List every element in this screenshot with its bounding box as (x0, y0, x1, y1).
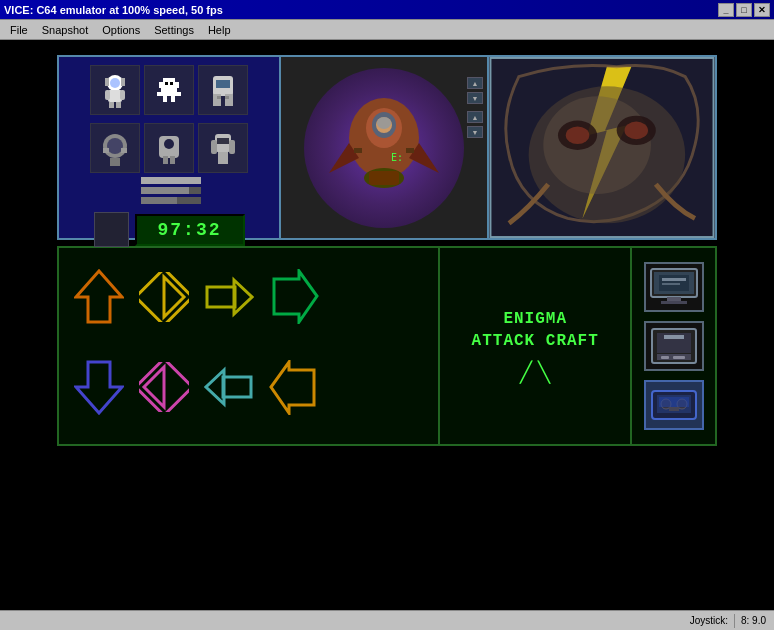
svg-rect-32 (163, 156, 168, 164)
svg-rect-49 (354, 148, 362, 153)
svg-rect-92 (659, 397, 689, 407)
svg-rect-21 (213, 94, 221, 106)
svg-rect-36 (211, 140, 217, 154)
text-section: ENIGMA ATTACK CRAFT ╱ ╲ (438, 248, 632, 444)
progress-bars (141, 177, 201, 204)
svg-rect-15 (163, 96, 167, 102)
bar-3 (141, 197, 201, 204)
alien-svg (489, 57, 715, 238)
cursor-blink: ╱ ╲ (520, 360, 550, 384)
svg-marker-67 (274, 271, 317, 322)
arrow-left-pink[interactable] (139, 362, 189, 420)
svg-rect-65 (207, 287, 235, 307)
svg-rect-35 (217, 138, 229, 144)
svg-rect-10 (159, 82, 163, 88)
title-bar-text: VICE: C64 emulator at 100% speed, 50 fps (4, 4, 223, 16)
arrow-row-bottom (74, 360, 423, 423)
svg-rect-27 (110, 158, 120, 166)
floppy-icon-box[interactable] (644, 321, 704, 371)
svg-text:E:: E: (391, 152, 403, 163)
ctrl-btn-3[interactable]: ▲ (467, 111, 483, 123)
svg-rect-24 (225, 96, 229, 99)
minimize-button[interactable]: _ (718, 3, 734, 17)
svg-marker-66 (234, 280, 252, 314)
arrow-up-orange[interactable] (74, 269, 124, 332)
ctrl-btn-2[interactable]: ▼ (467, 92, 483, 104)
svg-point-59 (566, 126, 589, 144)
arrow-left-teal[interactable] (204, 362, 254, 420)
svg-marker-68 (76, 362, 122, 413)
main-content: 97:32 (0, 40, 774, 630)
arrow-right-yellow[interactable] (204, 272, 254, 330)
coords-display: 8: 9.0 (741, 615, 766, 626)
svg-marker-72 (206, 370, 224, 404)
small-box (94, 212, 129, 247)
svg-point-56 (543, 96, 651, 194)
menu-help[interactable]: Help (202, 22, 237, 38)
game-title: ENIGMA ATTACK CRAFT (472, 308, 599, 353)
maximize-button[interactable]: □ (736, 3, 752, 17)
svg-rect-77 (661, 301, 687, 304)
svg-rect-4 (105, 90, 110, 100)
ctrl-btn-4[interactable]: ▼ (467, 126, 483, 138)
svg-point-31 (164, 139, 174, 149)
svg-rect-28 (103, 148, 109, 153)
sprite-cell-5 (144, 123, 194, 173)
ship-svg: E: (329, 83, 439, 213)
svg-rect-16 (171, 96, 175, 102)
arrow-down-blue[interactable] (74, 360, 124, 423)
timer-display: 97:32 (135, 214, 245, 246)
menu-file[interactable]: File (4, 22, 34, 38)
game-screen: 97:32 (57, 55, 717, 446)
ship-circle: E: (304, 68, 464, 228)
svg-rect-9 (163, 78, 175, 88)
arrow-right-green[interactable] (269, 269, 319, 332)
game-title-line1: ENIGMA (472, 308, 599, 330)
svg-rect-20 (216, 80, 230, 88)
svg-rect-71 (223, 377, 251, 397)
arrow-right-gold[interactable] (139, 272, 189, 330)
svg-rect-38 (218, 152, 228, 164)
svg-rect-80 (662, 283, 680, 285)
info-section: 97:32 (59, 57, 279, 238)
menu-settings[interactable]: Settings (148, 22, 200, 38)
sprite-cell-1 (90, 65, 140, 115)
bottom-panel: ENIGMA ATTACK CRAFT ╱ ╲ (57, 246, 717, 446)
svg-rect-5 (120, 90, 125, 100)
close-button[interactable]: ✕ (754, 3, 770, 17)
top-panel: 97:32 (57, 55, 717, 240)
tape-icon-box[interactable] (644, 380, 704, 430)
svg-rect-22 (225, 94, 233, 106)
sprite-cell-3 (198, 65, 248, 115)
svg-point-8 (110, 78, 120, 88)
svg-marker-73 (271, 362, 314, 413)
arrows-section (59, 248, 438, 444)
arrow-left-orange[interactable] (269, 360, 319, 423)
sprite-cell-6 (198, 123, 248, 173)
status-bar: Joystick: 8: 9.0 (0, 610, 774, 630)
svg-rect-29 (121, 148, 127, 153)
menu-bar: File Snapshot Options Settings Help (0, 20, 774, 40)
svg-rect-17 (165, 82, 168, 85)
sprite-row-2 (90, 123, 248, 173)
menu-snapshot[interactable]: Snapshot (36, 22, 94, 38)
svg-rect-79 (662, 278, 686, 281)
status-divider (734, 614, 735, 628)
ctrl-btn-1[interactable]: ▲ (467, 77, 483, 89)
svg-rect-1 (105, 78, 109, 86)
svg-marker-70 (144, 367, 164, 407)
monitor-icon-box[interactable] (644, 262, 704, 312)
sprite-row-1 (90, 65, 248, 115)
svg-rect-2 (121, 78, 125, 86)
svg-rect-37 (229, 140, 235, 154)
sprite-cell-2 (144, 65, 194, 115)
menu-options[interactable]: Options (96, 22, 146, 38)
svg-rect-14 (175, 92, 181, 96)
svg-rect-33 (170, 156, 175, 164)
joystick-label: Joystick: (690, 615, 728, 626)
game-title-line2: ATTACK CRAFT (472, 330, 599, 352)
svg-rect-23 (217, 96, 221, 99)
svg-point-45 (377, 117, 391, 129)
svg-rect-12 (161, 88, 177, 96)
svg-marker-62 (76, 271, 122, 322)
